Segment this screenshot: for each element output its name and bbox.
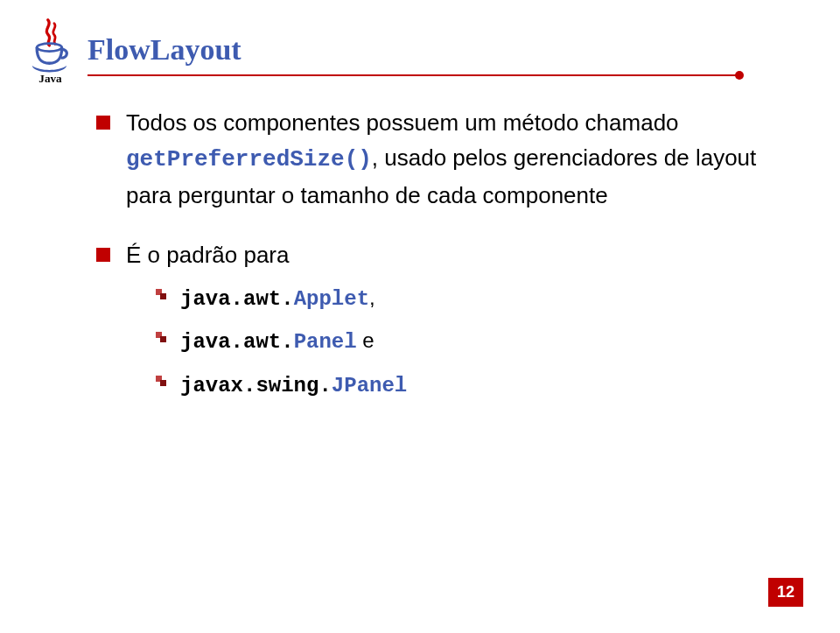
subbullet-icon [156, 332, 168, 344]
code-class: JPanel [332, 374, 407, 397]
tail-text: e [357, 328, 374, 352]
sub-text: java.awt.Applet, [180, 281, 375, 315]
svg-point-0 [37, 44, 62, 52]
subbullet-icon [156, 376, 168, 388]
content-area: Todos os componentes possuem um método c… [88, 105, 788, 411]
title-rule [88, 72, 788, 79]
text-prefix: É o padrão para [126, 242, 289, 268]
code-class: Applet [294, 287, 369, 311]
code-class: Panel [294, 330, 357, 354]
sub-text: javax.swing.JPanel [180, 368, 407, 402]
code-inline: getPreferredSize() [126, 146, 372, 172]
list-item: É o padrão para java.awt.Applet, java.aw… [96, 237, 788, 411]
code-package: java.awt. [180, 330, 294, 354]
slide-title: FlowLayout [88, 33, 788, 67]
subbullet-icon [156, 289, 168, 301]
sublist-item: java.awt.Applet, [156, 281, 788, 315]
svg-text:Java: Java [38, 72, 62, 85]
sublist: java.awt.Applet, java.awt.Panel e javax.… [126, 281, 788, 402]
rule-dot-icon [735, 71, 744, 80]
bullet-icon [96, 248, 110, 262]
item-text: Todos os componentes possuem um método c… [126, 105, 788, 213]
sublist-item: javax.swing.JPanel [156, 368, 788, 402]
java-logo-icon: Java [26, 18, 74, 88]
item-text: É o padrão para java.awt.Applet, java.aw… [126, 237, 788, 411]
code-package: java.awt. [180, 287, 294, 311]
code-package: javax.swing. [180, 374, 332, 397]
sub-text: java.awt.Panel e [180, 324, 374, 358]
list-item: Todos os componentes possuem um método c… [96, 105, 788, 213]
text-prefix: Todos os componentes possuem um método c… [126, 109, 679, 136]
sublist-item: java.awt.Panel e [156, 324, 788, 358]
rule-line [88, 74, 739, 76]
slide: Java FlowLayout Todos os componentes pos… [0, 0, 840, 633]
tail-text: , [369, 285, 375, 309]
page-number-badge: 12 [768, 578, 803, 607]
bullet-icon [96, 116, 110, 130]
